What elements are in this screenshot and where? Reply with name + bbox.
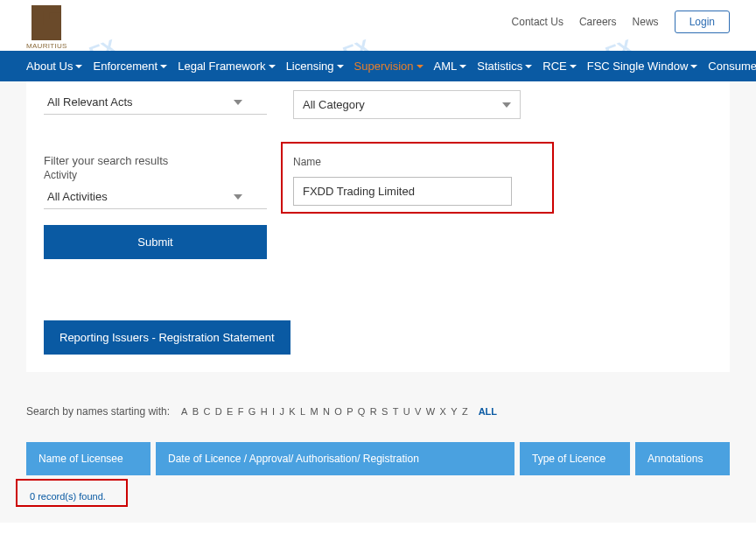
nav-item-label: About Us [26,60,73,73]
nav-item-supervision[interactable]: Supervision [354,60,424,73]
alpha-letter-w[interactable]: W [425,406,436,417]
alpha-letter-r[interactable]: R [369,406,378,417]
nav-item-about-us[interactable]: About Us [26,60,82,73]
nav-item-label: Licensing [286,60,334,73]
chevron-down-icon [525,65,532,68]
nav-item-label: Legal Framework [178,60,265,73]
records-found-text: 0 record(s) found. [26,488,137,505]
filter-results-label: Filter your search results [44,154,267,167]
nav-item-label: Statistics [477,60,522,73]
th-name-of-licensee: Name of Licensee [26,442,150,475]
alpha-letter-p[interactable]: P [346,406,354,417]
alpha-letter-y[interactable]: Y [450,406,458,417]
acts-select-value: All Relevant Acts [47,95,133,109]
nav-item-label: Supervision [354,60,414,73]
name-input[interactable] [303,185,502,198]
alpha-letter-i[interactable]: I [271,406,276,417]
alpha-letter-m[interactable]: M [309,406,318,417]
alpha-letter-u[interactable]: U [402,406,411,417]
alpha-letter-v[interactable]: V [414,406,422,417]
alpha-letter-t[interactable]: T [392,406,400,417]
alpha-letter-s[interactable]: S [381,406,388,417]
alpha-letter-b[interactable]: B [192,406,200,417]
nav-item-enforcement[interactable]: Enforcement [93,60,167,73]
link-contact-us[interactable]: Contact Us [512,16,564,28]
chevron-down-icon [690,65,697,68]
name-input-wrap[interactable] [293,177,512,206]
nav-item-consumer-protection[interactable]: Consumer Protection [708,60,756,73]
logo-subtext: MAURITIUS [26,42,67,50]
alpha-letter-l[interactable]: L [299,406,306,417]
chevron-down-icon [269,65,276,68]
alpha-letter-h[interactable]: H [260,406,269,417]
chevron-down-icon [234,100,242,105]
chevron-down-icon [234,194,242,200]
chevron-down-icon [459,65,466,68]
category-select-value: All Category [303,98,365,111]
main-nav: About UsEnforcementLegal FrameworkLicens… [0,51,756,81]
nav-item-label: Enforcement [93,60,158,73]
alpha-letter-z[interactable]: Z [461,406,469,417]
alpha-filter-row: Search by names starting with: A B C D E… [26,405,730,418]
alpha-letter-x[interactable]: X [439,406,447,417]
activity-select[interactable]: All Activities [44,185,267,209]
acts-select[interactable]: All Relevant Acts [44,90,267,115]
alpha-letter-q[interactable]: Q [357,406,367,417]
alpha-letter-d[interactable]: D [214,406,223,417]
activity-label: Activity [44,169,267,181]
activity-select-value: All Activities [47,190,108,203]
logo[interactable]: MAURITIUS [26,5,67,50]
reporting-issuers-link[interactable]: Reporting Issuers - Registration Stateme… [44,320,290,355]
chevron-down-icon [502,102,511,108]
nav-item-fsc-single-window[interactable]: FSC Single Window [587,60,698,73]
th-annotations: Annotations [635,442,730,475]
nav-item-label: Consumer Protection [708,60,756,73]
logo-icon [32,5,61,40]
chevron-down-icon [416,65,424,68]
th-date-of-licence: Date of Licence / Approval/ Authorisatio… [156,442,514,475]
alpha-letter-o[interactable]: O [333,406,343,417]
alpha-letter-f[interactable]: F [237,406,245,417]
nav-item-licensing[interactable]: Licensing [286,60,344,73]
alpha-letter-e[interactable]: E [226,406,234,417]
login-button[interactable]: Login [675,11,730,33]
alpha-letter-j[interactable]: J [278,406,285,417]
submit-button[interactable]: Submit [44,225,267,259]
alpha-letter-k[interactable]: K [288,406,296,417]
alpha-prefix: Search by names starting with: [26,405,170,418]
nav-item-aml[interactable]: AML [434,60,467,73]
name-label: Name [293,156,521,168]
link-careers[interactable]: Careers [579,16,617,28]
th-type-of-licence: Type of Licence [520,442,630,475]
nav-item-statistics[interactable]: Statistics [477,60,532,73]
category-select[interactable]: All Category [293,90,521,119]
nav-item-rce[interactable]: RCE [542,60,576,73]
alpha-letter-c[interactable]: C [202,406,211,417]
nav-item-label: FSC Single Window [587,60,689,73]
chevron-down-icon [570,65,577,68]
nav-item-label: AML [434,60,458,73]
nav-item-label: RCE [542,60,566,73]
alpha-letter-a[interactable]: A [180,406,188,417]
alpha-all[interactable]: ALL [478,406,498,417]
results-table-header: Name of Licensee Date of Licence / Appro… [26,442,730,475]
nav-item-legal-framework[interactable]: Legal Framework [178,60,275,73]
alpha-letter-n[interactable]: N [322,406,331,417]
chevron-down-icon [337,65,344,68]
link-news[interactable]: News [633,16,659,28]
chevron-down-icon [160,65,167,68]
chevron-down-icon [75,65,82,68]
alpha-letter-g[interactable]: G [248,406,257,417]
